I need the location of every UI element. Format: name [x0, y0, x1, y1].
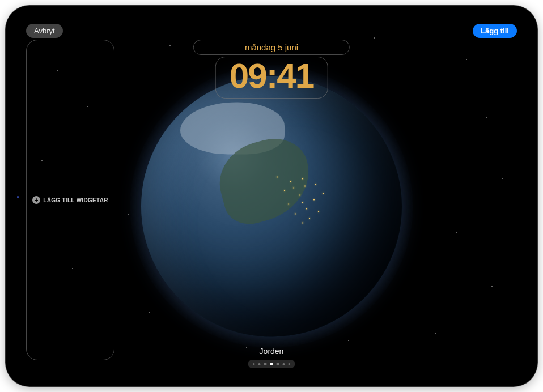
add-widgets-prompt: + LÄGG TILL WIDGETAR [32, 196, 108, 204]
cancel-button[interactable]: Avbryt [26, 24, 63, 38]
side-indicator [17, 196, 19, 198]
add-widgets-label: LÄGG TILL WIDGETAR [43, 197, 108, 203]
page-dot [283, 363, 285, 365]
page-dot [258, 363, 261, 365]
plus-circle-icon: + [32, 196, 40, 204]
wallpaper-name-label: Jorden [260, 347, 284, 356]
date-text: måndag 5 juni [245, 42, 298, 52]
page-dot [277, 363, 279, 365]
time-text: 09:41 [230, 56, 314, 95]
page-dot [264, 363, 267, 365]
time-widget-slot[interactable]: 09:41 [215, 57, 328, 99]
page-dot-active [270, 363, 273, 365]
earth-wallpaper[interactable] [141, 76, 402, 336]
page-indicator[interactable] [248, 360, 295, 368]
widget-panel[interactable]: + LÄGG TILL WIDGETAR [26, 40, 114, 360]
add-button[interactable]: Lägg till [473, 24, 517, 38]
page-dot [289, 363, 290, 365]
screen: Avbryt Lägg till måndag 5 juni 09:41 + L… [16, 16, 527, 376]
date-widget-slot[interactable]: måndag 5 juni [193, 40, 350, 55]
page-dot [253, 363, 255, 365]
device-frame: Avbryt Lägg till måndag 5 juni 09:41 + L… [6, 6, 537, 386]
